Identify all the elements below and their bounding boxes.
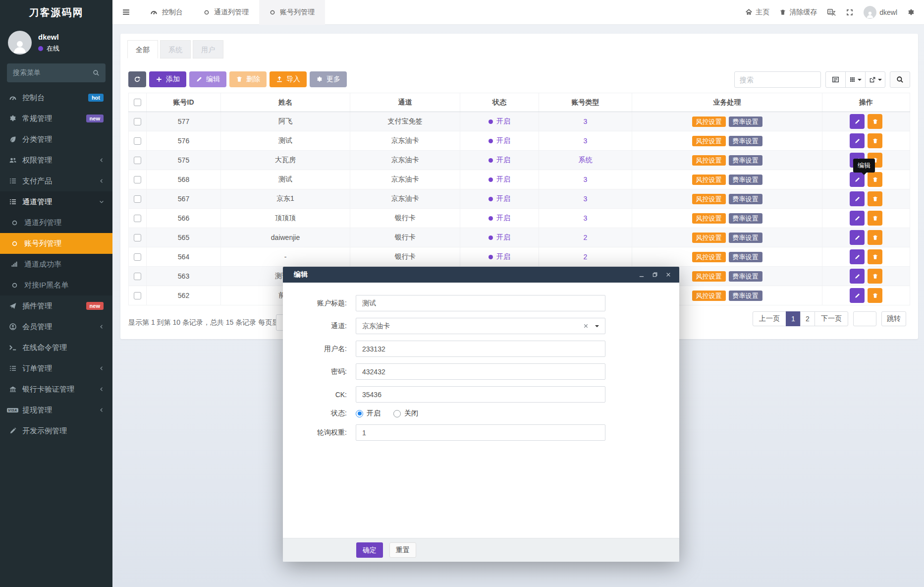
channel-select[interactable]: 京东油卡 [356,318,605,334]
tab-系统[interactable]: 系统 [160,40,191,59]
refresh-button[interactable] [128,71,146,87]
add-button[interactable]: 添加 [149,71,186,87]
sidebar-item-提现管理[interactable]: VISA提现管理 [0,400,112,420]
row-edit-button[interactable] [850,133,865,148]
nav-tab-控制台[interactable]: 控制台 [140,0,193,25]
badge-风控设置[interactable]: 风控设置 [692,213,726,224]
sidebar-item-控制台[interactable]: 控制台hot [0,87,112,108]
row-edit-button[interactable] [850,230,865,245]
nav-tab-通道列管理[interactable]: 通道列管理 [193,0,259,25]
badge-费率设置[interactable]: 费率设置 [729,291,762,301]
badge-费率设置[interactable]: 费率设置 [729,117,762,127]
minimize-icon[interactable] [639,272,645,278]
sidebar-item-插件管理[interactable]: 插件管理new [0,295,112,316]
fullscreen-icon[interactable] [846,8,854,16]
pagination-prev[interactable]: 上一页 [753,311,786,326]
badge-费率设置[interactable]: 费率设置 [729,136,762,146]
nav-tab-账号列管理[interactable]: 账号列管理 [259,0,325,25]
badge-风控设置[interactable]: 风控设置 [692,155,726,166]
confirm-button[interactable]: 确定 [356,542,383,558]
export-button[interactable] [865,71,885,88]
search-icon[interactable] [93,69,100,76]
badge-风控设置[interactable]: 风控设置 [692,252,726,262]
pagination-page-2[interactable]: 2 [800,311,815,326]
sidebar-item-分类管理[interactable]: 分类管理 [0,129,112,150]
row-checkbox[interactable] [134,215,141,222]
badge-风控设置[interactable]: 风控设置 [692,271,726,282]
clear-cache-link[interactable]: 清除缓存 [779,8,817,17]
row-checkbox[interactable] [134,292,141,299]
row-edit-button[interactable] [850,191,865,206]
sidebar-item-通道管理[interactable]: 通道管理 [0,191,112,212]
row-delete-button[interactable] [868,191,882,206]
row-checkbox[interactable] [134,195,141,203]
row-delete-button[interactable] [868,288,882,303]
badge-风控设置[interactable]: 风控设置 [692,233,726,243]
badge-风控设置[interactable]: 风控设置 [692,291,726,301]
sidebar-item-通道成功率[interactable]: 通道成功率 [0,254,112,275]
sidebar-item-银行卡验证管理[interactable]: 银行卡验证管理 [0,379,112,400]
badge-风控设置[interactable]: 风控设置 [692,194,726,204]
badge-费率设置[interactable]: 费率设置 [729,271,762,282]
pagination-jump-input[interactable] [853,311,876,326]
row-edit-button[interactable] [850,211,865,226]
row-checkbox[interactable] [134,176,141,183]
status-radio-开启[interactable]: 开启 [356,409,380,418]
row-delete-button[interactable] [868,114,882,129]
pagination-next[interactable]: 下一页 [815,311,848,326]
caret-down-icon[interactable] [595,325,599,329]
poll-weight-field[interactable] [356,424,605,441]
home-link[interactable]: 主页 [745,8,769,17]
columns-button[interactable] [845,71,866,88]
reset-button[interactable]: 重置 [389,542,416,558]
row-edit-button[interactable] [850,249,865,264]
badge-风控设置[interactable]: 风控设置 [692,175,726,185]
badge-费率设置[interactable]: 费率设置 [729,194,762,204]
account-title-field[interactable] [356,295,605,311]
more-button[interactable]: 更多 [310,71,347,87]
row-delete-button[interactable] [868,211,882,226]
username-field[interactable] [356,341,605,357]
maximize-icon[interactable] [652,272,658,278]
password-field[interactable] [356,363,605,380]
row-delete-button[interactable] [868,172,882,187]
sidebar-item-对接IP黑名单[interactable]: 对接IP黑名单 [0,275,112,295]
close-icon[interactable] [665,272,671,278]
row-delete-button[interactable] [868,133,882,148]
row-checkbox[interactable] [134,118,141,125]
edit-button[interactable]: 编辑 [189,71,226,87]
row-checkbox[interactable] [134,253,141,261]
hamburger-menu-icon[interactable] [112,8,140,16]
badge-费率设置[interactable]: 费率设置 [729,252,762,262]
tab-用户[interactable]: 用户 [193,40,223,59]
row-delete-button[interactable] [868,230,882,245]
detail-view-button[interactable] [825,71,846,88]
sidebar-item-权限管理[interactable]: 权限管理 [0,150,112,171]
sidebar-item-支付产品[interactable]: 支付产品 [0,171,112,191]
sidebar-item-开发示例管理[interactable]: 开发示例管理 [0,420,112,441]
row-checkbox[interactable] [134,234,141,241]
badge-风控设置[interactable]: 风控设置 [692,117,726,127]
badge-费率设置[interactable]: 费率设置 [729,233,762,243]
status-radio-关闭[interactable]: 关闭 [393,409,418,418]
badge-风控设置[interactable]: 风控设置 [692,136,726,146]
tab-全部[interactable]: 全部 [127,40,158,59]
table-search-input[interactable] [734,71,821,88]
row-checkbox[interactable] [134,157,141,164]
settings-gear-icon[interactable] [907,8,915,16]
search-button[interactable] [890,71,910,88]
row-edit-button[interactable] [850,114,865,129]
sidebar-item-在线命令管理[interactable]: 在线命令管理 [0,337,112,358]
badge-费率设置[interactable]: 费率设置 [729,175,762,185]
row-checkbox[interactable] [134,137,141,145]
badge-费率设置[interactable]: 费率设置 [729,213,762,224]
row-checkbox[interactable] [134,273,141,280]
row-edit-button[interactable] [850,269,865,284]
sidebar-item-账号列管理[interactable]: 账号列管理 [0,233,112,254]
badge-费率设置[interactable]: 费率设置 [729,155,762,166]
sidebar-item-订单管理[interactable]: 订单管理 [0,358,112,379]
row-delete-button[interactable] [868,269,882,284]
sidebar-search-input[interactable]: 搜索菜单 [7,63,106,82]
pagination-page-1[interactable]: 1 [786,311,801,326]
pagination-jump-button[interactable]: 跳转 [881,311,906,326]
